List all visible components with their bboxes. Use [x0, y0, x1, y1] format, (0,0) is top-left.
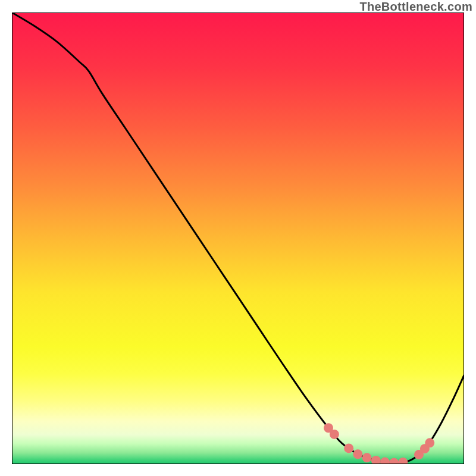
data-dot: [353, 449, 362, 459]
chart-container: TheBottleneck.com: [0, 0, 476, 476]
bottleneck-chart-svg: [12, 12, 464, 464]
gradient-background: [12, 12, 464, 464]
watermark-text: TheBottleneck.com: [359, 0, 472, 14]
data-dot: [425, 438, 434, 447]
plot-area: [12, 12, 464, 464]
data-dot: [362, 453, 372, 462]
data-dot: [330, 430, 339, 439]
data-dot: [344, 443, 353, 453]
